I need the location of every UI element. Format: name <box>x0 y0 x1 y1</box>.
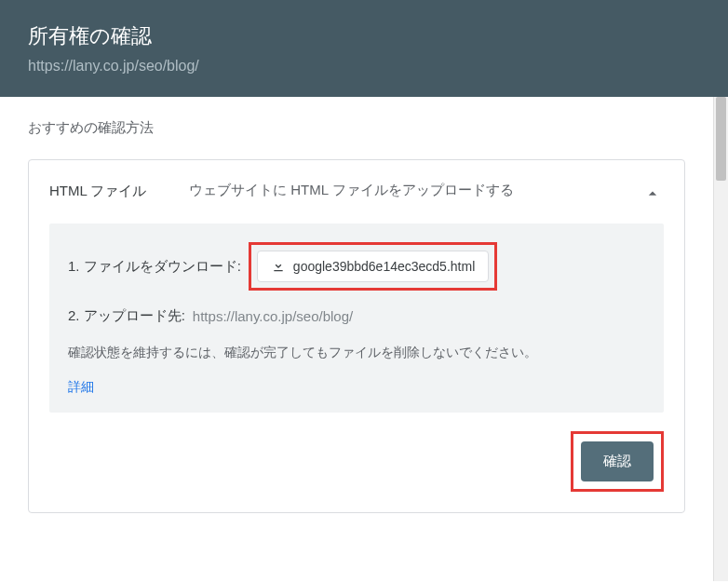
chevron-up-icon <box>643 184 662 203</box>
method-name: HTML ファイル <box>49 179 152 200</box>
collapse-toggle[interactable] <box>641 183 664 205</box>
step-1: 1. ファイルをダウンロード: google39bbd6e14ec3ecd5.h… <box>68 242 645 291</box>
verify-button[interactable]: 確認 <box>581 441 654 481</box>
step-2-label: 2. アップロード先: <box>68 307 185 325</box>
card-footer: 確認 <box>49 431 664 492</box>
content-area: おすすめの確認方法 HTML ファイル ウェブサイトに HTML ファイルをアッ… <box>0 97 713 581</box>
download-icon <box>271 259 286 274</box>
retention-note: 確認状態を維持するには、確認が完了してもファイルを削除しないでください。 <box>68 342 645 364</box>
steps-panel: 1. ファイルをダウンロード: google39bbd6e14ec3ecd5.h… <box>49 224 664 413</box>
download-filename: google39bbd6e14ec3ecd5.html <box>293 259 475 274</box>
card-header: HTML ファイル ウェブサイトに HTML ファイルをアップロードする <box>49 179 664 205</box>
step-1-label: 1. ファイルをダウンロード: <box>68 258 241 276</box>
dialog-header: 所有権の確認 https://lany.co.jp/seo/blog/ <box>0 0 728 97</box>
download-highlight-box: google39bbd6e14ec3ecd5.html <box>249 242 497 291</box>
page-title: 所有権の確認 <box>28 22 700 50</box>
section-label: おすすめの確認方法 <box>28 119 685 137</box>
scrollbar[interactable] <box>713 97 728 581</box>
property-url: https://lany.co.jp/seo/blog/ <box>28 58 700 75</box>
content-wrap: おすすめの確認方法 HTML ファイル ウェブサイトに HTML ファイルをアッ… <box>0 97 728 581</box>
verify-highlight-box: 確認 <box>571 431 664 492</box>
scrollbar-thumb[interactable] <box>716 97 726 181</box>
download-file-button[interactable]: google39bbd6e14ec3ecd5.html <box>257 251 489 282</box>
verification-method-card: HTML ファイル ウェブサイトに HTML ファイルをアップロードする 1. … <box>28 159 685 513</box>
upload-destination-url: https://lany.co.jp/seo/blog/ <box>193 308 353 324</box>
step-2: 2. アップロード先: https://lany.co.jp/seo/blog/ <box>68 307 645 325</box>
method-description: ウェブサイトに HTML ファイルをアップロードする <box>189 179 604 201</box>
details-link[interactable]: 詳細 <box>68 379 645 396</box>
